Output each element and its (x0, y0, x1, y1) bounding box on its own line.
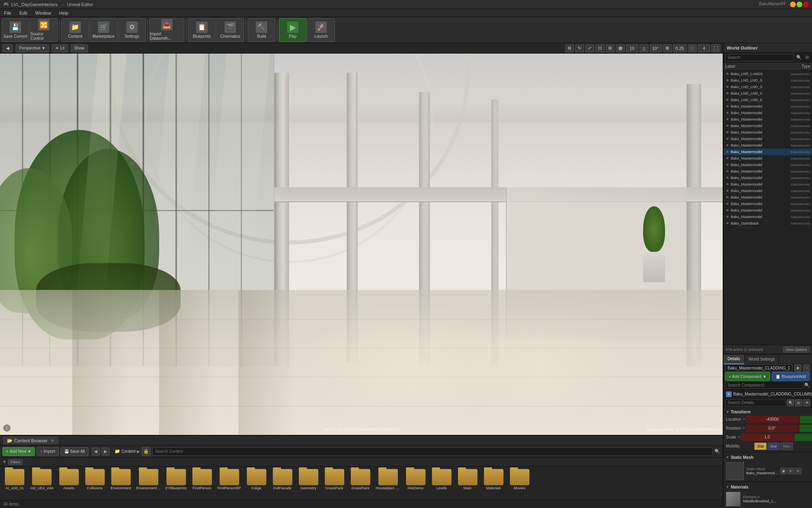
nav-forward-button[interactable]: ▶ (102, 447, 110, 456)
import-datasmith-button[interactable]: 📥 Import Datasmith... (149, 18, 184, 42)
outliner-row[interactable]: 👁 Baku_Mastermodel StaticMeshAc (723, 110, 812, 116)
folder-item[interactable]: Environment_Set (135, 468, 162, 491)
location-x[interactable] (746, 416, 799, 423)
rotation-x[interactable] (745, 425, 799, 432)
outliner-row[interactable]: 👁 Baku_Mastermodel StaticMeshAc (723, 103, 812, 110)
folder-item[interactable]: GrassPack (322, 468, 347, 491)
search-content-input[interactable] (152, 447, 713, 456)
launch-button[interactable]: 🚀 Launch (307, 18, 335, 42)
search-details-input[interactable] (725, 399, 786, 406)
object-name-input[interactable] (725, 364, 793, 372)
outliner-row[interactable]: 👁 Baku_Mastermodel StaticMeshAc (723, 207, 812, 214)
outliner-settings-icon[interactable]: ⚙ (804, 54, 810, 61)
outliner-search-input[interactable] (725, 54, 794, 61)
outliner-row[interactable]: 👁 Baku_Mastermodel StaticMeshAc (723, 149, 812, 155)
folder-item[interactable]: Houseplant Pack (374, 468, 402, 491)
folder-item[interactable]: KiteDemo (404, 468, 428, 491)
view-options-button[interactable]: View Options (783, 347, 810, 352)
nav-back-button[interactable]: ◀ (92, 447, 100, 456)
folder-item[interactable]: AI_vol3_01 (2, 468, 27, 491)
folder-item[interactable]: Assets (57, 468, 81, 491)
settings-button[interactable]: ⚙ Settings (118, 18, 146, 42)
minimize-button[interactable] (790, 2, 796, 7)
show-button[interactable]: Show (71, 44, 88, 52)
translate-icon-btn[interactable]: ⊞ (565, 44, 574, 52)
blueprints-button[interactable]: 📋 Blueprints (188, 18, 216, 42)
outliner-row[interactable]: 👁 Baku_Mastermodel StaticMeshAc (723, 123, 812, 129)
sm-browse-button[interactable]: ◉ (780, 468, 787, 474)
save-all-button[interactable]: 💾 Save All (60, 447, 89, 456)
camera-speed-btn[interactable]: 🎥 (688, 44, 697, 52)
play-button[interactable]: ▶ Play (279, 18, 307, 42)
menu-edit[interactable]: Edit (18, 10, 29, 16)
details-tab[interactable]: Details (723, 355, 745, 364)
eye-icon[interactable]: 👁 (803, 399, 810, 406)
outliner-row[interactable]: 👁 Baku_StairsBack StaticMeshAc (723, 220, 812, 227)
outliner-row[interactable]: 👁 Baku_Mastermodel StaticMeshAc (723, 175, 812, 181)
outliner-row[interactable]: 👁 Baku_Mastermodel StaticMeshAc (723, 129, 812, 136)
outliner-row[interactable]: 👁 Baku_Mastermodel StaticMeshAc (723, 155, 812, 162)
location-y[interactable] (800, 416, 812, 423)
add-component-button[interactable]: + Add Component ▼ (725, 372, 770, 381)
outliner-row[interactable]: 👁 Baku_LND_LND_S StaticMeshAc (723, 97, 812, 103)
menu-help[interactable]: Help (58, 10, 70, 16)
transform-header[interactable]: Transform (726, 409, 810, 415)
rotate-icon-btn[interactable]: ↻ (575, 44, 584, 52)
content-browser-tab[interactable]: 📂 Content Browser ✕ (3, 437, 58, 444)
outliner-list[interactable]: 👁 Baku_LND_LANDS StaticMeshAc 👁 Baku_LND… (723, 71, 812, 345)
cinematics-button[interactable]: 🎬 Cinematics (216, 18, 244, 42)
lock-button[interactable]: 🔒 (142, 447, 151, 456)
outliner-row[interactable]: 👁 Baku_Mastermodel StaticMeshAc (723, 142, 812, 149)
folder-item[interactable]: FirstPersonBP (216, 468, 243, 491)
marketplace-button[interactable]: 🛒 Marketplace (90, 18, 117, 42)
outliner-row[interactable]: 👁 Baku_Mastermodel StaticMeshAc (723, 181, 812, 188)
materials-header[interactable]: Materials (726, 484, 810, 491)
outliner-row[interactable]: 👁 Baku_LND_LANDS StaticMeshAc (723, 71, 812, 77)
screen-icon-btn[interactable]: ⊡ (596, 44, 605, 52)
menu-window[interactable]: Window (34, 10, 53, 16)
content-button[interactable]: 📁 Content (61, 18, 89, 42)
outliner-row[interactable]: 👁 Baku_LND_LND_S StaticMeshAc (723, 84, 812, 90)
folder-item[interactable]: Collisions (83, 468, 107, 491)
static-mesh-header[interactable]: Static Mesh (726, 454, 810, 461)
outliner-row[interactable]: 👁 Baku_Mastermodel StaticMeshAc (723, 162, 812, 168)
outliner-row[interactable]: 👁 Baku_Mastermodel StaticMeshAc (723, 188, 812, 194)
scale-y[interactable] (795, 434, 812, 441)
build-button[interactable]: 🔨 Build (248, 18, 275, 42)
add-new-button[interactable]: + Add New ▼ (2, 447, 35, 456)
perspective-button[interactable]: Perspective ▼ (15, 44, 49, 52)
filters-button[interactable]: Filters (8, 459, 23, 465)
sm-clear-button[interactable]: ✕ (795, 468, 801, 474)
folder-item[interactable]: Environment (109, 468, 133, 491)
rotation-y[interactable] (799, 425, 812, 432)
components-search-input[interactable] (725, 381, 804, 389)
angle-snap-btn[interactable]: △ (639, 44, 648, 52)
folder-item[interactable]: GrassPaint (348, 468, 373, 491)
scale-snap-btn[interactable]: ⊠ (663, 44, 672, 52)
source-control-button[interactable]: 🔀 Source Control (30, 18, 58, 42)
maximize-button[interactable] (797, 2, 802, 7)
grid-view-icon[interactable]: ⊞ (795, 399, 802, 406)
folder-item[interactable]: Materials (482, 468, 506, 491)
stationary-button[interactable]: Stat (767, 443, 780, 450)
surface-snap-btn[interactable]: ▦ (616, 44, 625, 52)
lit-button[interactable]: ☀ Lit (52, 44, 68, 52)
viewport-canvas[interactable]: i Level: LVL_DayGameInteriors (Persisten… (0, 54, 723, 435)
folder-item[interactable]: Folige (244, 468, 269, 491)
outliner-row[interactable]: 👁 Baku_Mastermodel StaticMeshAc (723, 168, 812, 175)
import-button[interactable]: ↑ Import (37, 447, 58, 456)
outliner-row[interactable]: 👁 Baku_Mastermodel StaticMeshAc (723, 136, 812, 142)
folder-item[interactable]: FirstPerson (190, 468, 214, 491)
cb-tab-close[interactable]: ✕ (51, 438, 54, 443)
browse-button[interactable]: ◉ (794, 364, 801, 372)
outliner-row[interactable]: 👁 Baku_Mastermodel StaticMeshAc (723, 214, 812, 220)
vp-arrow-btn[interactable]: ◀ (2, 44, 13, 52)
folder-item[interactable]: FullFacade (270, 468, 295, 491)
folder-item[interactable]: Main (456, 468, 480, 491)
outliner-row[interactable]: 👁 Baku_LND_LND_S StaticMeshAc (723, 77, 812, 84)
folder-item[interactable]: Movies (508, 468, 532, 491)
folder-item[interactable]: EYBlueprints (164, 468, 188, 491)
save-current-button[interactable]: 💾 Save Current (2, 18, 29, 42)
folder-item[interactable]: AM_UE4_vol4 (28, 468, 55, 491)
sm-refresh-button[interactable]: ↻ (788, 468, 794, 474)
